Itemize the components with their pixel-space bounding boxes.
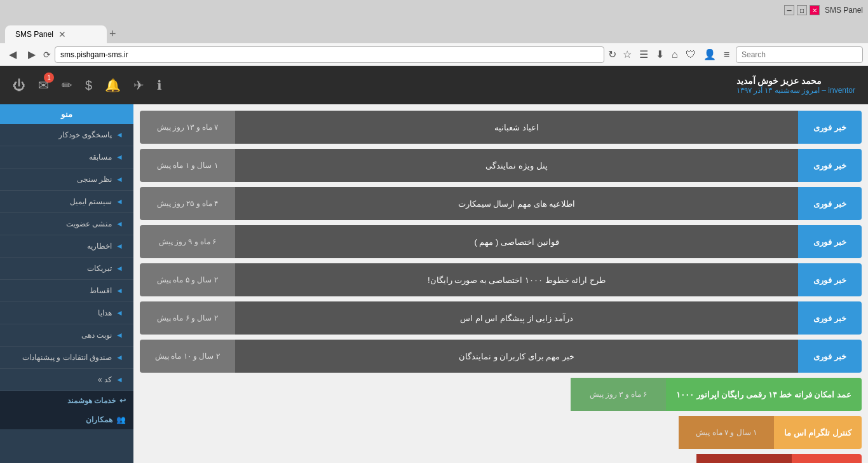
news-item[interactable]: خبر فوری اطلاعیه های مهم ارسال سیمکارت ۴… (140, 187, 862, 220)
smart-services-icon: ↩ (119, 396, 126, 405)
send-icon[interactable]: ✈ (133, 78, 144, 93)
news-title: قوانین اختصاصی ( مهم ) (235, 225, 798, 258)
sidebar-label: نظر سنجی (77, 175, 112, 184)
news-title: طرح ارائه خطوط ۱۰۰۰ اختصاصی به صورت رایگ… (235, 263, 798, 296)
pen-icon[interactable]: ✏ (62, 78, 72, 93)
window-controls: ─ □ ✕ (784, 5, 820, 15)
news-item-yellow[interactable]: کنترل تلگرام اس ما ۱ سال و ۷ ماه پیش (140, 416, 862, 449)
sidebar-icon: ◄ (116, 242, 123, 251)
reader-icon[interactable]: ☰ (637, 47, 651, 62)
app-container: ⏻ ✉ 1 ✏ $ 🔔 ✈ ℹ محمد عزیز خوش آمدید inve… (0, 66, 868, 463)
news-date: ۲ سال و ۱۰ ماه پیش (140, 340, 235, 373)
news-date-yellow: ۱ سال و ۷ ماه پیش (679, 416, 774, 449)
maximize-button[interactable]: □ (797, 5, 807, 15)
tab-title: SMS Panel (15, 30, 53, 39)
news-item-green[interactable]: عمد امکان فراته خط ۱۴ رقمی رایگان اپراتو… (140, 378, 862, 411)
close-button[interactable]: ✕ (810, 5, 820, 15)
news-badge: خبر فوری (798, 225, 862, 258)
sidebar-item-feedback[interactable]: ◄ صندوق انتقادات و پیشنهادات (0, 347, 133, 369)
address-bar[interactable] (55, 46, 604, 63)
news-title: پنل ویژه نمایندگی (235, 149, 798, 182)
sidebar-icon: ◄ (116, 175, 123, 184)
menu-icon[interactable]: ≡ (721, 48, 732, 62)
sidebar-item-gifts[interactable]: ◄ هدایا (0, 302, 133, 324)
smart-services-label: خدمات هوشمند (67, 396, 116, 405)
browser-toolbar: ◀ ▶ ⟳ ↻ ☆ ☰ ⬇ ⌂ 🛡 👤 ≡ (0, 43, 868, 66)
sidebar-icon: ◄ (116, 331, 123, 340)
sidebar-icon: ◄ (116, 286, 123, 295)
news-date: ۲ سال و ۶ ماه پیش (140, 301, 235, 335)
sidebar-item-membership[interactable]: ◄ منشی عضویت (0, 213, 133, 235)
messages-icon[interactable]: ✉ 1 (38, 78, 49, 93)
news-badge: خبر فوری (798, 149, 862, 182)
news-item-red[interactable]: مشتریان جدید ۲ سال و ۶ ماه پیش (140, 454, 862, 463)
sidebar-label: سیستم ایمیل (70, 197, 112, 206)
star-icon[interactable]: ☆ (620, 47, 634, 62)
sidebar-label: پاسخگوی خودکار (58, 130, 112, 139)
user-role: inventor (828, 86, 855, 95)
sidebar-item-code[interactable]: ◄ کد » (0, 369, 133, 391)
tab-close-button[interactable]: ✕ (58, 29, 66, 39)
active-tab[interactable]: SMS Panel ✕ (5, 25, 107, 43)
main-area: خبر فوری اعیاد شعبانیه ۷ ماه و ۱۳ روز پی… (0, 104, 868, 463)
sidebar-label: اخطاریه (87, 242, 112, 251)
bell-icon[interactable]: 🔔 (105, 78, 121, 93)
minimize-button[interactable]: ─ (784, 5, 794, 15)
sidebar-section-smart[interactable]: ↩ خدمات هوشمند (0, 391, 133, 410)
news-date: ۴ ماه و ۲۵ روز پیش (140, 187, 235, 220)
sidebar: منو ◄ پاسخگوی خودکار ◄ مسابقه ◄ نظر سنجی… (0, 104, 133, 463)
sidebar-icon: ◄ (116, 130, 123, 139)
sidebar-label: کد » (98, 375, 112, 384)
news-title: اعیاد شعبانیه (235, 111, 798, 144)
sidebar-item-scheduling[interactable]: ◄ نوبت دهی (0, 324, 133, 347)
info-icon[interactable]: ℹ (157, 78, 162, 93)
sidebar-header: منو (0, 104, 133, 124)
partners-icon: 👥 (116, 415, 126, 424)
news-badge-red: مشتریان جدید (792, 454, 862, 463)
news-item[interactable]: خبر فوری قوانین اختصاصی ( مهم ) ۶ ماه و … (140, 225, 862, 258)
news-item[interactable]: خبر فوری درآمد زایی از پیشگام اس ام اس ۲… (140, 301, 862, 335)
sidebar-icon: ◄ (116, 264, 123, 273)
back-button[interactable]: ◀ (5, 47, 20, 62)
sidebar-item-auto-reply[interactable]: ◄ پاسخگوی خودکار (0, 124, 133, 146)
browser-titlebar: SMS Panel ─ □ ✕ (0, 0, 868, 20)
news-date: ۱ سال و ۱ ماه پیش (140, 149, 235, 182)
reload-button[interactable]: ↻ (608, 48, 616, 60)
sidebar-item-survey[interactable]: ◄ نظر سنجی (0, 169, 133, 191)
message-badge: 1 (44, 73, 54, 83)
sidebar-label: تبریکات (87, 264, 112, 273)
sidebar-item-greetings[interactable]: ◄ تبریکات (0, 258, 133, 280)
news-badge-yellow: کنترل تلگرام اس ما (774, 416, 862, 449)
news-badge: خبر فوری (798, 301, 862, 335)
news-title: خبر مهم برای کاربران و نمایندگان (235, 340, 798, 373)
profile-icon[interactable]: 👤 (701, 47, 719, 62)
sidebar-section-partners[interactable]: 👥 همکاران (0, 410, 133, 429)
news-date-red: ۲ سال و ۶ ماه پیش (696, 454, 792, 463)
sidebar-item-contest[interactable]: ◄ مسابقه (0, 146, 133, 169)
news-badge: خبر فوری (798, 340, 862, 373)
sidebar-item-email[interactable]: ◄ سیستم ایمیل (0, 191, 133, 213)
search-input[interactable] (736, 46, 863, 63)
new-tab-button[interactable]: + (109, 27, 116, 41)
shield-icon[interactable]: 🛡 (683, 48, 698, 62)
sidebar-item-installments[interactable]: ◄ اقساط (0, 280, 133, 302)
news-item[interactable]: خبر فوری پنل ویژه نمایندگی ۱ سال و ۱ ماه… (140, 149, 862, 182)
news-badge: خبر فوری (798, 111, 862, 144)
sidebar-icon: ◄ (116, 353, 123, 362)
top-nav: ⏻ ✉ 1 ✏ $ 🔔 ✈ ℹ محمد عزیز خوش آمدید inve… (0, 66, 868, 104)
sidebar-label: نوبت دهی (81, 331, 112, 340)
sidebar-label: هدایا (98, 308, 112, 317)
home-icon[interactable]: ⌂ (669, 48, 681, 62)
news-item[interactable]: خبر فوری خبر مهم برای کاربران و نمایندگا… (140, 340, 862, 373)
sidebar-icon: ◄ (116, 375, 123, 384)
sidebar-label: صندوق انتقادات و پیشنهادات (22, 353, 112, 362)
forward-button[interactable]: ▶ (24, 47, 39, 62)
power-icon[interactable]: ⏻ (13, 78, 25, 93)
download-icon[interactable]: ⬇ (653, 47, 667, 62)
news-item[interactable]: خبر فوری طرح ارائه خطوط ۱۰۰۰ اختصاصی به … (140, 263, 862, 296)
sidebar-item-warning[interactable]: ◄ اخطاریه (0, 235, 133, 258)
dollar-icon[interactable]: $ (85, 78, 92, 93)
news-item[interactable]: خبر فوری اعیاد شعبانیه ۷ ماه و ۱۳ روز پی… (140, 111, 862, 144)
news-date-green: ۶ ماه و ۳ روز پیش (571, 378, 666, 411)
refresh-button[interactable]: ⟳ (43, 50, 51, 60)
